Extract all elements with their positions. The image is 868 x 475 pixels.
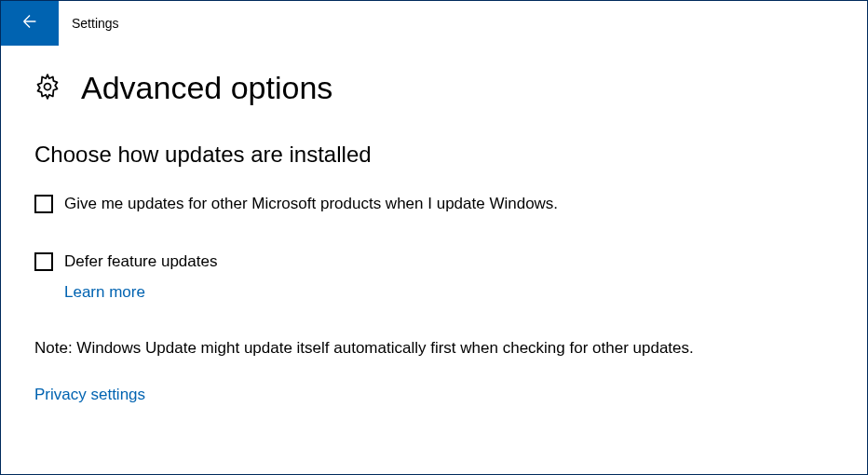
- back-button[interactable]: [1, 1, 59, 46]
- learn-more-link[interactable]: Learn more: [64, 283, 145, 302]
- label-microsoft-products: Give me updates for other Microsoft prod…: [64, 194, 558, 214]
- header-title: Settings: [72, 16, 119, 31]
- header-bar: Settings: [1, 1, 867, 46]
- gear-icon: [34, 74, 81, 103]
- checkbox-defer-updates[interactable]: [34, 252, 53, 271]
- note-text: Note: Windows Update might update itself…: [34, 339, 834, 358]
- option-microsoft-products: Give me updates for other Microsoft prod…: [34, 194, 834, 214]
- back-arrow-icon: [20, 11, 40, 35]
- section-title: Choose how updates are installed: [34, 142, 834, 168]
- svg-point-0: [45, 83, 51, 89]
- option-defer-updates: Defer feature updates Learn more: [34, 251, 834, 302]
- content-area: Advanced options Choose how updates are …: [1, 46, 867, 404]
- checkbox-microsoft-products[interactable]: [34, 195, 53, 213]
- page-title: Advanced options: [81, 70, 332, 106]
- privacy-settings-link[interactable]: Privacy settings: [34, 386, 145, 403]
- label-defer-updates: Defer feature updates: [64, 251, 217, 272]
- page-heading: Advanced options: [34, 70, 834, 106]
